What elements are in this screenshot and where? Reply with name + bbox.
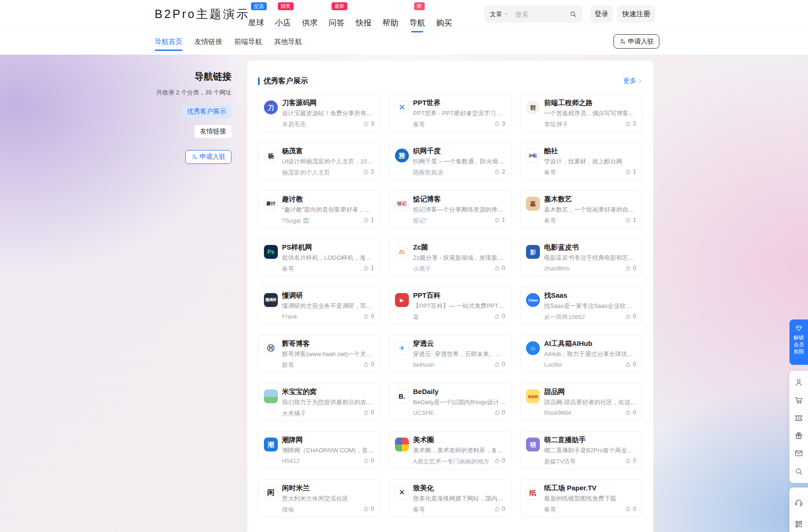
site-likes[interactable]: 0 — [625, 313, 636, 319]
site-card[interactable]: Ⓗ 辉哥博客 辉哥博客(www.haah.net)一个关注… 辉哥 0 — [258, 335, 380, 373]
nav-item[interactable]: 购买 — [436, 0, 452, 36]
site-likes[interactable]: 0 — [625, 264, 636, 271]
user-icon[interactable] — [794, 378, 803, 387]
site-card[interactable]: Zc Zc菌 Zc菌分享 - 探索新领域，发现新美好… 小黑子 0 — [389, 238, 511, 276]
nav-item[interactable]: 交流 星球 — [248, 0, 264, 36]
search-input[interactable] — [514, 10, 569, 19]
site-card[interactable]: 纸 纸工场 Paper.TV 最新的纸模型图纸免费下载 春哥 0 — [520, 479, 642, 517]
site-card[interactable]: 影 电影蓝皮书 电影蓝皮书专注于经典电影和艺术电… zhaofilms 0 — [520, 238, 642, 276]
nav-item[interactable]: 快报 — [356, 0, 371, 36]
search-icon[interactable] — [569, 10, 577, 18]
site-card[interactable]: iHE 酷社 学设计，找素材，就上酷社网 春哥 1 — [520, 142, 642, 180]
site-card[interactable]: 惦记 惦记博客 惦记博客—个分享网络资源的博客,… 惦记° 1 — [389, 190, 511, 228]
site-likes[interactable]: 2 — [494, 168, 505, 175]
site-card[interactable]: 闲 闲时米兰 意大利米兰休闲交流社区 彼铭 0 — [258, 479, 380, 517]
site-name: 萌二直播助手 — [544, 436, 636, 444]
site-card[interactable]: Ps PS样机网 提供名片样机，LOGO样机，海报样… 春哥 1 — [258, 238, 380, 276]
site-likes[interactable]: 0 — [625, 457, 636, 464]
site-likes[interactable]: 1 — [363, 216, 374, 223]
site-likes[interactable]: 3 — [494, 120, 505, 127]
search-box[interactable]: 文章 — [484, 6, 583, 23]
nav-item[interactable]: 抽奖 小店 — [275, 0, 291, 36]
site-card[interactable]: 前 前端工程师之路 一个苦逼程序员，偶尔写写博客，改… 李哒胖子 2 — [520, 94, 642, 132]
thumb-up-icon — [363, 409, 370, 416]
thumb-up-icon — [625, 169, 632, 175]
sidebar-category-button[interactable]: 优秀客户展示 — [182, 105, 232, 118]
site-card[interactable]: ▶ PPT百科 【PPT百科】— 一站式免费PPT模板… 嘉 0 — [389, 287, 511, 325]
site-card[interactable]: 雅 织网千度 织网千度 – 一个集数通、防火墙、无… 雨夜听风语 2 — [389, 142, 511, 180]
register-button[interactable]: 快速注册 — [617, 6, 655, 23]
nav-item[interactable]: 供求 — [302, 0, 318, 36]
site-likes[interactable]: 0 — [363, 409, 374, 416]
nav-item[interactable]: 帮助 — [382, 0, 398, 36]
like-count: 0 — [371, 361, 374, 368]
header: B2Pro主题演示 交流 星球 抽奖 小店 供求 最新 问答 快报 帮助 新 导… — [0, 0, 808, 28]
site-card[interactable]: ZSaas 找Saas 找Saas是一家专注Saas企业软件和… 从一而终108… — [520, 287, 642, 325]
site-card[interactable]: 嘉 嘉木数艺 嘉木数艺，一个绘画爱好者的自学平… 春哥 1 — [520, 190, 642, 228]
site-likes[interactable]: 1 — [494, 216, 505, 223]
site-card[interactable]: ✕ PPT世界 PPT世界 - PPT爱好者交流学习社区… 春哥 3 — [389, 94, 511, 132]
site-author: 惦记° — [413, 217, 427, 225]
site-card[interactable]: ✈ 穿透云 穿透云- 穿透世界，云联未来。是—… beihuan 0 — [389, 335, 511, 373]
site-card[interactable]: 趣讨 趣讨教 “趣讨教”面向的是创客爱好者，以… ?Sugar 図 1 — [258, 190, 380, 228]
message-icon[interactable] — [794, 449, 803, 458]
site-likes[interactable]: 0 — [363, 505, 374, 512]
site-likes[interactable]: 0 — [494, 361, 505, 368]
site-likes[interactable]: 1 — [625, 216, 636, 223]
ticket-icon[interactable] — [794, 413, 803, 423]
more-link[interactable]: 更多 — [623, 77, 643, 85]
site-likes[interactable]: 0 — [625, 409, 636, 416]
search-category-select[interactable]: 文章 — [490, 10, 509, 19]
site-likes[interactable]: 0 — [494, 264, 505, 271]
sidebar-apply-button[interactable]: 申请入驻 — [185, 150, 232, 164]
vip-unlock-button[interactable]: 解锁会员权限 — [789, 319, 808, 365]
subnav-tab[interactable]: 友情链接 — [194, 29, 222, 55]
site-likes[interactable]: 0 — [363, 457, 374, 464]
site-card[interactable]: 潮 潮牌网 潮牌网（CHAOPAIW.COM)，是潮… H5412 0 — [258, 431, 380, 469]
subnav-tab[interactable]: 导航首页 — [155, 29, 182, 55]
nav-item[interactable]: 新 导航 — [409, 0, 425, 36]
search-category-label: 文章 — [490, 10, 502, 19]
apply-join-button[interactable]: 申请入驻 — [614, 34, 659, 49]
site-card[interactable]: 刀 刀客源码网 设计宝藏资源站！免费分享所有CG… 木易毛毛 3 — [258, 94, 380, 132]
site-card[interactable]: 甜品网 甜品网 甜品网-甜品爱好者的社区，在这里… Rock9684 0 — [520, 383, 642, 421]
site-likes[interactable]: 2 — [363, 168, 374, 175]
site-likes[interactable]: 1 — [363, 264, 374, 271]
site-card[interactable]: ☺ AI工具箱AIHub AIHub，致力于通过分享全球优质AI… Lucife… — [520, 335, 642, 373]
site-card[interactable]: B. BeDaily BeDaily是一个以国内外logo设计分… UCSHE … — [389, 383, 511, 421]
nav-item[interactable]: 最新 问答 — [329, 0, 344, 36]
site-desc: 穿透云- 穿透世界，云联未来。是—… — [413, 350, 506, 358]
search-icon[interactable] — [794, 467, 803, 476]
site-likes[interactable]: 0 — [494, 457, 505, 464]
site-likes[interactable]: 0 — [625, 505, 636, 512]
headset-icon[interactable] — [794, 498, 803, 507]
site-likes[interactable]: 3 — [363, 120, 374, 127]
gift-icon[interactable] — [794, 431, 803, 440]
site-logo[interactable]: B2Pro主题演示 — [155, 0, 250, 28]
site-likes[interactable]: 0 — [625, 361, 636, 368]
sidebar-category-button[interactable]: 友情链接 — [194, 125, 232, 138]
site-name: 趣讨教 — [282, 195, 374, 204]
site-likes[interactable]: 0 — [494, 313, 505, 319]
site-card[interactable]: 米宝宝的窝 我们致力于为您提供最前沿的农业农… 水煮橘子 0 — [258, 383, 380, 421]
login-button[interactable]: 登录 — [590, 6, 613, 23]
site-card[interactable]: ✕ 致美化 致美化是漫锋网旗下网站，国内最专… 春哥 0 — [389, 479, 511, 517]
site-card[interactable]: 杨 杨茂富 UI设计师杨茂富的个人主页，10年… 杨茂富的个人主页 2 — [258, 142, 380, 180]
site-likes[interactable]: 2 — [625, 120, 636, 127]
site-card[interactable]: 萌 萌二直播助手 萌二直播助手是B2Pro首个商业运用… 新媒TV浩哥 0 — [520, 431, 642, 469]
site-likes[interactable]: 0 — [494, 409, 505, 416]
thumb-up-icon — [363, 457, 370, 464]
cart-icon[interactable] — [794, 395, 803, 405]
site-author: 春哥 — [544, 169, 556, 177]
site-name: 致美化 — [413, 484, 505, 493]
tab-active-underline — [155, 50, 182, 51]
site-likes[interactable]: 0 — [363, 361, 374, 368]
site-likes[interactable]: 1 — [625, 168, 636, 175]
site-likes[interactable]: 0 — [363, 313, 374, 319]
site-card[interactable]: 美术圈 美术圈，美术老师的资料库，各种美… A鼎立艺术一专门画画的地方 0 — [389, 431, 511, 469]
site-likes[interactable]: 0 — [494, 505, 505, 512]
like-count: 2 — [633, 120, 636, 127]
qrcode-icon[interactable] — [794, 519, 803, 529]
site-card[interactable]: 懂调研 懂调研 懂调研的主营业务不是调研，而是测… Frank 0 — [258, 287, 380, 325]
site-desc: 最新的纸模型图纸免费下载 — [544, 494, 637, 503]
